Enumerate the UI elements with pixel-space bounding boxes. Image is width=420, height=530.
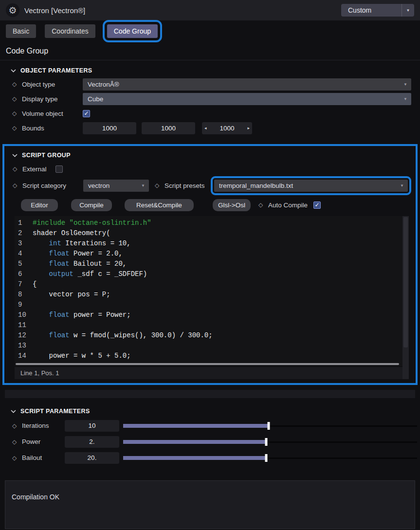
script-group-section: SCRIPT GROUP ◇ External ◇ Script categor…	[2, 144, 418, 385]
diamond-icon: ◇	[12, 125, 22, 131]
chevron-down-icon: ▼	[406, 8, 410, 13]
vertical-scrollbar[interactable]	[402, 216, 409, 379]
code-line[interactable]: 1#include "octane-oslintrin.h"	[15, 218, 402, 228]
power-slider[interactable]	[123, 437, 417, 447]
auto-compile-checkbox[interactable]: ✓	[313, 201, 321, 209]
code-editor[interactable]: 1#include "octane-oslintrin.h"2shader Os…	[15, 216, 409, 379]
collapse-chevron-icon[interactable]	[12, 154, 18, 157]
collapse-chevron-icon[interactable]	[11, 410, 16, 413]
external-checkbox[interactable]	[55, 165, 63, 173]
power-value: 2.	[89, 438, 94, 445]
bounds-label: Bounds	[22, 125, 83, 132]
diamond-icon: ◇	[258, 201, 268, 208]
code-line[interactable]: 10 float power = Power;	[15, 310, 402, 320]
power-label: Power	[22, 438, 65, 445]
line-number: 5	[15, 259, 33, 269]
divider	[0, 60, 420, 60]
code-line[interactable]: 6 output _sdf c = _SDFDEF)	[15, 269, 402, 279]
custom-preset-dropdown[interactable]: Custom ▼	[341, 4, 414, 17]
chevron-down-icon: ▼	[403, 82, 407, 87]
code-line[interactable]: 9	[15, 300, 402, 310]
volume-object-label: Volume object	[22, 110, 83, 117]
line-number: 8	[15, 290, 33, 300]
diamond-icon: ◇	[12, 422, 22, 429]
step-left-icon[interactable]: ◂	[204, 126, 207, 130]
code-line[interactable]: 13	[15, 341, 402, 351]
code-lines[interactable]: 1#include "octane-oslintrin.h"2shader Os…	[15, 216, 409, 362]
iterations-row: ◇ Iterations 10	[0, 418, 420, 434]
slider-handle[interactable]	[265, 454, 268, 462]
slider-track	[266, 441, 417, 443]
script-group-header: SCRIPT GROUP	[4, 149, 416, 162]
script-presets-dropdown[interactable]: tremporal_mandelbulb.txt ▼	[214, 180, 408, 192]
iterations-field[interactable]: 10	[65, 420, 119, 432]
display-type-dropdown[interactable]: Cube ▼	[83, 93, 411, 105]
line-number: 3	[15, 238, 33, 249]
reset-compile-button[interactable]: Reset&Compile	[125, 199, 194, 211]
diamond-icon: ◇	[155, 182, 164, 189]
bounds-z-field[interactable]: ◂ 1000 ▸	[202, 122, 252, 134]
script-category-dropdown[interactable]: vectron ▼	[83, 180, 149, 192]
script-presets-label: Script presets	[164, 182, 214, 189]
code-line[interactable]: 11	[15, 320, 402, 330]
editor-status-bar: Line 1, Pos. 1	[15, 366, 409, 379]
object-type-dropdown[interactable]: VectronÂ® ▼	[83, 78, 411, 91]
diamond-icon: ◇	[12, 455, 22, 461]
code-text: float w = fmod(_wipes(), 300.0) / 300.0;	[33, 330, 213, 341]
script-parameters-header: SCRIPT PARAMETERS	[0, 405, 420, 418]
code-line[interactable]: 5 float Bailout = 20,	[15, 259, 402, 269]
slider-handle[interactable]	[265, 438, 268, 446]
display-type-label: Display type	[22, 95, 83, 103]
power-row: ◇ Power 2.	[0, 434, 420, 450]
diamond-icon: ◇	[13, 182, 22, 189]
editor-button[interactable]: Editor	[21, 199, 58, 211]
glsl-to-osl-button[interactable]: Glsl->Osl	[213, 199, 251, 211]
iterations-label: Iterations	[22, 422, 65, 429]
line-number: 14	[15, 351, 33, 361]
line-number: 7	[15, 279, 33, 290]
diamond-icon: ◇	[12, 81, 22, 88]
preset-dropdown-label: Custom	[341, 6, 402, 14]
code-text: shader OslGeometry(	[33, 228, 110, 238]
section-title: SCRIPT PARAMETERS	[20, 408, 90, 415]
node-title: Vectron [Vectron®]	[24, 6, 85, 15]
slider-handle[interactable]	[267, 422, 270, 430]
horizontal-scrollbar[interactable]	[16, 363, 399, 365]
editor-buttons-row: Editor Compile Reset&Compile Glsl->Osl ◇…	[4, 199, 416, 211]
code-line[interactable]: 4 float Power = 2.0,	[15, 249, 402, 259]
code-line[interactable]: 8 vector pos = P;	[15, 290, 402, 300]
code-text	[33, 300, 37, 310]
step-right-icon[interactable]: ▸	[247, 126, 250, 130]
script-parameters-section: SCRIPT PARAMETERS ◇ Iterations 10 ◇ Powe…	[0, 405, 420, 466]
scrollbar-thumb[interactable]	[403, 217, 408, 347]
code-line[interactable]: 2shader OslGeometry(	[15, 228, 402, 238]
iterations-slider[interactable]	[123, 421, 417, 431]
tab-basic[interactable]: Basic	[6, 24, 36, 38]
line-number: 6	[15, 269, 33, 279]
bailout-slider[interactable]	[123, 453, 417, 463]
tab-code-group[interactable]: Code Group	[107, 24, 158, 38]
collapsed-panel	[5, 390, 415, 398]
bounds-x-field[interactable]: 1000	[83, 122, 136, 134]
bailout-field[interactable]: 20.	[65, 452, 119, 464]
code-line[interactable]: 3 int Iterations = 10,	[15, 238, 402, 249]
auto-compile-label: Auto Compile	[268, 201, 308, 209]
slider-track	[269, 425, 417, 427]
tab-coordinates[interactable]: Coordinates	[45, 24, 95, 38]
collapse-chevron-icon[interactable]	[11, 69, 16, 73]
bounds-y-field[interactable]: 1000	[142, 122, 195, 134]
vectron-node-icon: ⚙	[6, 3, 19, 17]
compile-button[interactable]: Compile	[71, 199, 112, 211]
compile-status-text: Compilation OK	[12, 493, 59, 501]
code-line[interactable]: 14 power = w * 5 + 5.0;	[15, 351, 402, 361]
code-text: power = w * 5 + 5.0;	[33, 351, 131, 361]
power-field[interactable]: 2.	[65, 436, 119, 448]
bounds-x-value: 1000	[102, 125, 117, 132]
code-line[interactable]: 7{	[15, 279, 402, 290]
line-number: 13	[15, 341, 33, 351]
line-number: 1	[15, 218, 33, 228]
code-line[interactable]: 12 float w = fmod(_wipes(), 300.0) / 300…	[15, 330, 402, 341]
preset-dropdown-arrow[interactable]: ▼	[402, 4, 414, 17]
line-number: 9	[15, 300, 33, 310]
volume-object-checkbox[interactable]: ✓	[83, 110, 90, 117]
